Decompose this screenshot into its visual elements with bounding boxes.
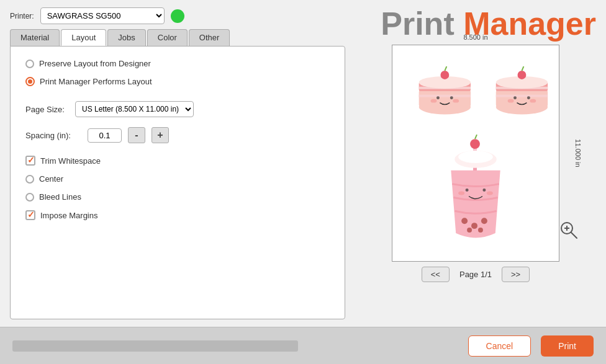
printer-label: Printer:: [10, 12, 34, 20]
tab-layout[interactable]: Layout: [61, 29, 106, 46]
bleed-lines-item[interactable]: Bleed Lines: [25, 192, 330, 202]
preserve-layout-label: Preserve Layout from Designer: [39, 59, 151, 68]
svg-point-8: [436, 96, 440, 99]
svg-line-19: [522, 66, 523, 71]
svg-point-38: [487, 192, 493, 195]
bleed-lines-label: Bleed Lines: [39, 192, 81, 202]
height-dimension-label: 11.000 in: [574, 139, 581, 167]
bottom-bar: Cancel Print: [0, 327, 606, 364]
progress-bar: [12, 340, 298, 352]
svg-point-10: [431, 99, 437, 103]
svg-line-7: [445, 66, 446, 71]
svg-point-20: [513, 96, 517, 99]
svg-point-35: [466, 189, 469, 192]
svg-point-30: [461, 218, 468, 224]
svg-point-32: [481, 218, 487, 224]
svg-point-31: [471, 223, 477, 229]
impose-margins-label: Impose Margins: [40, 211, 97, 220]
cancel-button[interactable]: Cancel: [468, 335, 531, 357]
svg-rect-4: [419, 95, 471, 97]
spacing-decrease-button[interactable]: -: [128, 127, 145, 143]
radio-preserve-layout[interactable]: Preserve Layout from Designer: [25, 59, 330, 68]
svg-point-18: [517, 71, 526, 79]
bottom-actions: Cancel Print: [468, 335, 594, 357]
right-panel: Print Manager 8.500 in 11.000 in: [355, 7, 596, 319]
next-page-button[interactable]: >>: [502, 267, 530, 282]
bottom-progress-area: [12, 340, 468, 352]
svg-point-23: [530, 99, 536, 103]
layout-radio-group: Preserve Layout from Designer Print Mana…: [25, 59, 330, 86]
svg-point-6: [440, 71, 449, 79]
printer-row: Printer: SAWGRASS SG500: [10, 7, 345, 24]
print-manager-layout-radio[interactable]: [25, 77, 35, 86]
preview-svg: [392, 45, 559, 261]
width-dimension-label: 8.500 in: [463, 33, 487, 41]
tab-bar: Material Layout Jobs Color Other: [10, 29, 345, 46]
svg-rect-16: [496, 95, 548, 97]
spacing-label: Spacing (in):: [25, 131, 81, 140]
zoom-icon[interactable]: [559, 221, 578, 243]
trim-whitespace-checkbox[interactable]: [25, 156, 35, 166]
print-button[interactable]: Print: [541, 335, 594, 357]
preview-wrapper: 8.500 in 11.000 in: [392, 45, 559, 262]
spacing-row: Spacing (in): - +: [25, 127, 330, 143]
trim-whitespace-label: Trim Whitespace: [40, 156, 101, 166]
svg-point-26: [470, 139, 480, 149]
center-label: Center: [39, 174, 63, 184]
svg-point-22: [508, 99, 514, 103]
center-radio[interactable]: [25, 175, 34, 184]
svg-point-37: [458, 192, 464, 195]
tab-material[interactable]: Material: [10, 29, 60, 46]
preview-nav-row: << Page 1/1 >>: [422, 267, 530, 282]
svg-line-27: [475, 135, 477, 139]
center-item[interactable]: Center: [25, 174, 330, 184]
preserve-layout-radio[interactable]: [25, 60, 34, 68]
page-size-select[interactable]: US Letter (8.500 X 11.000 in) A4 US Lega…: [75, 101, 194, 117]
tab-content-layout: Preserve Layout from Designer Print Mana…: [10, 46, 345, 319]
impose-margins-checkbox[interactable]: [25, 210, 35, 220]
preview-canvas: [392, 45, 559, 262]
tab-jobs[interactable]: Jobs: [107, 29, 145, 46]
page-info: Page 1/1: [459, 270, 492, 279]
prev-page-button[interactable]: <<: [422, 267, 450, 282]
page-size-label: Page Size:: [25, 105, 69, 114]
svg-point-9: [450, 96, 453, 99]
svg-point-21: [527, 96, 530, 99]
tab-color[interactable]: Color: [147, 29, 188, 46]
svg-point-33: [467, 228, 472, 233]
impose-margins-item[interactable]: Impose Margins: [25, 210, 330, 220]
svg-point-36: [482, 189, 486, 192]
svg-point-11: [453, 99, 459, 103]
tab-other[interactable]: Other: [189, 29, 230, 46]
svg-point-29: [458, 151, 493, 163]
options-group: Trim Whitespace Center Bleed Lines Impos…: [25, 156, 330, 220]
spacing-input[interactable]: [88, 128, 122, 143]
bleed-lines-radio[interactable]: [25, 193, 34, 202]
printer-status-dot: [171, 9, 184, 23]
svg-line-40: [571, 233, 577, 238]
trim-whitespace-item[interactable]: Trim Whitespace: [25, 156, 330, 166]
radio-print-manager-layout[interactable]: Print Manager Performs Layout: [25, 77, 330, 86]
left-panel: Printer: SAWGRASS SG500 Material Layout …: [10, 7, 345, 319]
svg-point-34: [478, 228, 483, 233]
page-size-row: Page Size: US Letter (8.500 X 11.000 in)…: [25, 101, 330, 117]
title-print: Print: [381, 6, 454, 42]
app-title: Print Manager: [381, 6, 596, 42]
print-manager-layout-label: Print Manager Performs Layout: [40, 77, 152, 86]
printer-select[interactable]: SAWGRASS SG500: [40, 7, 165, 24]
spacing-increase-button[interactable]: +: [152, 127, 169, 143]
